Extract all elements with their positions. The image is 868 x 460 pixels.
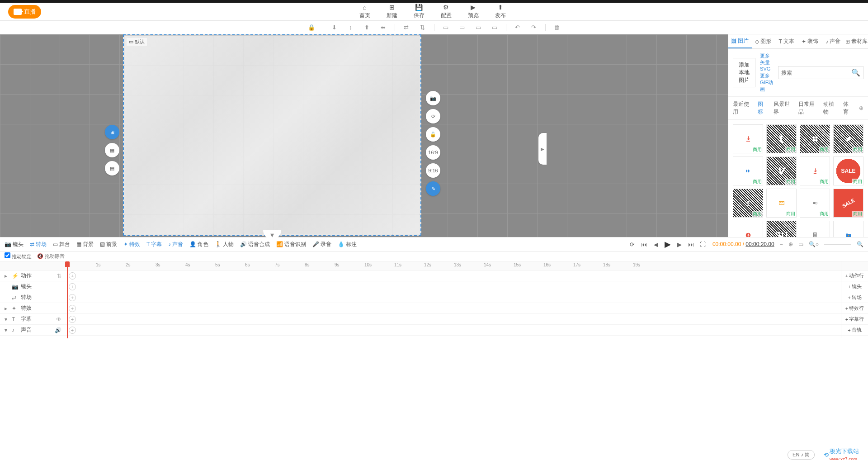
eye-icon[interactable]: 👁 [56, 316, 61, 322]
cat-recent[interactable]: 最近使用 [733, 100, 751, 116]
cat-more-icon[interactable]: ⊕ [859, 105, 863, 111]
play-first[interactable]: ⏮ [640, 240, 648, 248]
add-effect-row[interactable]: + 特效行 [841, 303, 868, 314]
track-camera[interactable]: 📷镜头 [0, 281, 66, 292]
zoom-search2[interactable]: 🔍 [857, 241, 863, 247]
tool-align4[interactable]: ⬌ [378, 23, 388, 33]
aspect-169[interactable]: 16:9 [426, 145, 440, 160]
add-camera-row[interactable]: + 镜头 [841, 281, 868, 292]
zoom-search[interactable]: 🔍○ [809, 241, 819, 247]
refresh-tool[interactable]: ⟳ [426, 109, 440, 123]
nav-home[interactable]: ⌂首页 [359, 4, 370, 19]
lang-button[interactable]: EN ♪ 简 [788, 450, 815, 460]
search-box[interactable]: 🔍 [778, 66, 863, 79]
layout-2[interactable]: ▤ [105, 161, 119, 175]
cat-daily[interactable]: 日常用品 [798, 100, 817, 116]
add-local-image[interactable]: 添加本地图片 [733, 58, 755, 87]
play-prev[interactable]: ◀ [652, 240, 660, 248]
live-button[interactable]: 直播 [8, 5, 41, 19]
tool-align1[interactable]: ⬇ [330, 23, 340, 33]
bt-bg[interactable]: ▦背景 [76, 241, 94, 248]
tool-delete[interactable]: 🗑 [552, 23, 562, 33]
panel-collapse[interactable]: ▶ [538, 133, 547, 165]
tab-sound[interactable]: ♪声音 [821, 34, 845, 48]
tool-layer3[interactable]: ▭ [473, 23, 483, 33]
asset-download[interactable]: 商用 [733, 124, 763, 153]
nav-save[interactable]: 💾保存 [414, 4, 425, 19]
aspect-916[interactable]: 9:16 [426, 163, 440, 178]
add-action[interactable]: + [69, 272, 76, 280]
add-effect[interactable]: + [69, 305, 76, 312]
bt-camera[interactable]: 📷镜头 [5, 241, 24, 248]
zoom-out[interactable]: − [780, 241, 783, 247]
play-expand[interactable]: ⛶ [699, 240, 707, 248]
expand-icon[interactable]: ▸ [5, 273, 9, 279]
play-next[interactable]: ▶ [675, 240, 684, 248]
volume-icon[interactable]: 🔊 [55, 327, 61, 333]
tab-image[interactable]: 🖼图片 [728, 34, 752, 48]
asset-windows[interactable]: 商用 [800, 124, 830, 153]
bt-effect[interactable]: ✦特效 [123, 241, 140, 248]
tool-layer2[interactable]: ▭ [457, 23, 467, 33]
add-frame[interactable]: ⊕ [788, 241, 793, 247]
canvas-stage[interactable]: ▭ 默认 ▾ ⊞ ▦ ▤ 📷 ⟳ 🔓 16:9 9:16 ✎ ▶ [0, 34, 728, 237]
asset-sale2[interactable]: SALE商用 [833, 189, 863, 218]
nav-config[interactable]: ⚙配置 [441, 4, 452, 19]
track-effect[interactable]: ▸✦特效 [0, 303, 66, 314]
nav-preview[interactable]: ▶预览 [468, 4, 479, 19]
asset-receipt[interactable]: 商用 [800, 221, 830, 237]
cat-icon[interactable]: 图标 [758, 100, 767, 116]
tab-text[interactable]: T文本 [775, 34, 798, 48]
bt-record[interactable]: 🎤录音 [312, 241, 331, 248]
asset-arrows[interactable]: 商用 [733, 156, 763, 185]
grid-toggle[interactable]: ⊞ [105, 125, 119, 139]
track-sound[interactable]: ▾♪声音🔊 [0, 325, 66, 336]
asset-download2[interactable]: 商用 [800, 156, 830, 185]
add-sound[interactable]: + [69, 327, 76, 334]
bt-fg[interactable]: ▧前景 [100, 241, 117, 248]
tool-layer4[interactable]: ▭ [490, 23, 500, 33]
add-sound-row[interactable]: + 音轨 [841, 325, 868, 336]
tool-redo[interactable]: ↷ [529, 23, 539, 33]
play-play[interactable]: ▶ [664, 240, 672, 248]
add-transition-row[interactable]: + 转场 [841, 292, 868, 303]
tool-lock[interactable]: 🔒 [307, 23, 316, 33]
unlock-tool[interactable]: 🔓 [426, 127, 440, 142]
add-transition[interactable]: + [69, 294, 76, 301]
asset-stumble[interactable]: SU商用 [766, 221, 797, 237]
tool-undo[interactable]: ↶ [513, 23, 523, 33]
frame-box[interactable]: ▭ [798, 241, 803, 247]
collapse-icon[interactable]: ▾ [5, 327, 9, 333]
nav-publish[interactable]: ⬆发布 [495, 4, 506, 19]
asset-lamp[interactable]: 商用 [733, 189, 763, 218]
playhead[interactable] [67, 261, 68, 338]
tool-flip-h[interactable]: ⇄ [401, 23, 411, 33]
play-last[interactable]: ⏭ [687, 240, 695, 248]
cat-scenery[interactable]: 风景世界 [774, 100, 792, 116]
nav-new[interactable]: ⊞新建 [387, 4, 397, 19]
lock-opt[interactable]: 推动锁定 [5, 252, 32, 260]
expand-icon[interactable]: ▸ [5, 305, 9, 312]
more-svg-link[interactable]: 更多矢量SVG [760, 52, 774, 71]
timeline-area[interactable]: 1s2s3s4s5s6s7s8s9s10s11s12s13s14s15s16s1… [66, 261, 841, 338]
lock-checkbox[interactable] [5, 252, 10, 258]
layout-1[interactable]: ▦ [105, 143, 119, 157]
asset-mail[interactable]: 商用 [766, 189, 797, 218]
bt-tts[interactable]: 🔊语音合成 [240, 241, 270, 248]
tool-layer1[interactable]: ▭ [441, 23, 451, 33]
sort-icon[interactable]: ⇅ [57, 273, 61, 279]
collapse-icon[interactable]: ▾ [5, 316, 9, 322]
edit-tool[interactable]: ✎ [426, 181, 440, 196]
bt-subtitle[interactable]: T字幕 [146, 241, 162, 248]
tool-flip-v[interactable]: ⇅ [418, 23, 428, 33]
canvas[interactable]: ▭ 默认 ▾ [123, 34, 421, 236]
search-input[interactable] [781, 70, 849, 76]
bt-asr[interactable]: 📶语音识别 [276, 241, 306, 248]
bt-transition[interactable]: ⇄转场 [30, 241, 47, 248]
play-refresh[interactable]: ⟳ [628, 240, 637, 248]
add-subtitle[interactable]: + [69, 316, 76, 323]
tab-decor[interactable]: ✦装饰 [798, 34, 822, 48]
cat-sport[interactable]: 体育 [843, 100, 853, 116]
tab-shape[interactable]: ◇图形 [752, 34, 775, 48]
track-action[interactable]: ▸⚡动作⇅ [0, 270, 66, 281]
